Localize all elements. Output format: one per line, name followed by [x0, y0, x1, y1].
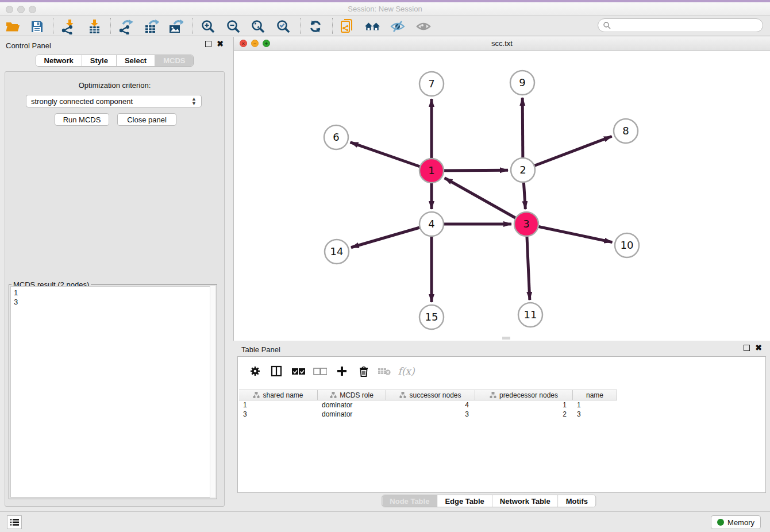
column-label: shared name — [263, 391, 303, 399]
tab-edge-table[interactable]: Edge Table — [437, 495, 492, 507]
houses-icon — [364, 20, 380, 33]
tab-network[interactable]: Network — [36, 55, 82, 66]
hierarchy-icon — [330, 392, 337, 398]
open-file-button[interactable] — [5, 18, 21, 34]
eye-slash-icon — [390, 20, 406, 33]
select-all-rows-button[interactable] — [290, 363, 307, 380]
network-view-window: × − + scc.txt 7968124314101511 — [233, 37, 770, 341]
float-table-panel-icon[interactable] — [744, 345, 750, 351]
toolbar-separator — [300, 18, 301, 34]
control-panel: Control Panel ✖ NetworkStyleSelectMCDS O… — [0, 37, 229, 511]
cell-successor-nodes[interactable]: 4 — [386, 401, 475, 410]
zoom-selected-button[interactable] — [275, 18, 291, 34]
optimization-criterion-select[interactable]: strongly connected component ▲▼ — [26, 95, 202, 107]
zoom-fit-button[interactable] — [250, 18, 266, 34]
delete-table-icon — [378, 367, 391, 376]
close-panel-button[interactable]: Close panel — [117, 113, 176, 126]
close-table-panel-icon[interactable]: ✖ — [755, 345, 762, 351]
hierarchy-icon — [399, 392, 406, 398]
selected-criterion: strongly connected component — [31, 97, 133, 106]
import-network-button[interactable] — [60, 18, 76, 34]
table-row[interactable]: 1dominator411 — [239, 401, 617, 410]
zoom-in-icon — [201, 19, 216, 34]
node-label-3: 3 — [523, 218, 529, 230]
tab-select[interactable]: Select — [117, 55, 155, 66]
select-spinner-icon: ▲▼ — [191, 97, 197, 106]
cell-MCDS-role[interactable]: dominator — [318, 401, 386, 410]
network-view-title: scc.txt — [234, 39, 770, 48]
copy-view-button[interactable] — [339, 18, 355, 34]
add-column-button[interactable] — [333, 363, 351, 380]
table-row[interactable]: 3dominator323 — [239, 410, 617, 419]
refresh-button[interactable] — [307, 18, 324, 34]
node-label-15: 15 — [425, 311, 438, 323]
cell-predecessor-nodes[interactable]: 2 — [475, 410, 573, 419]
tab-motifs[interactable]: Motifs — [559, 495, 595, 507]
hide-selected-button[interactable] — [390, 18, 406, 34]
optimization-criterion-label: Optimization criterion: — [5, 81, 224, 90]
column-header-MCDS-role[interactable]: MCDS role — [318, 390, 386, 400]
application-window: Session: New Session — [0, 0, 770, 532]
mcds-result-text[interactable]: 1 3 — [10, 286, 215, 498]
eye-icon — [415, 20, 432, 33]
cell-shared-name[interactable]: 1 — [239, 401, 318, 410]
show-all-button[interactable] — [415, 18, 432, 34]
save-session-button[interactable] — [29, 18, 45, 34]
result-scrollbar[interactable] — [210, 286, 215, 498]
node-label-1: 1 — [428, 164, 434, 176]
export-network-button[interactable] — [117, 18, 133, 34]
column-header-successor-nodes[interactable]: successor nodes — [386, 390, 475, 400]
zoom-out-button[interactable] — [225, 18, 241, 34]
export-image-button[interactable] — [167, 18, 183, 34]
network-canvas[interactable]: 7968124314101511 — [234, 51, 770, 340]
zoom-in-button[interactable] — [200, 18, 216, 34]
fx-icon: f(x) — [398, 365, 414, 377]
tab-node-table[interactable]: Node Table — [382, 495, 437, 507]
tab-network-table[interactable]: Network Table — [492, 495, 559, 507]
show-columns-button[interactable] — [268, 363, 285, 380]
table-panel-title: Table Panel — [241, 345, 280, 354]
cell-name[interactable]: 1 — [573, 401, 617, 410]
export-table-button[interactable] — [143, 18, 159, 34]
cell-successor-nodes[interactable]: 3 — [386, 410, 475, 419]
mcds-result-group: MCDS result (2 nodes) 1 3 — [9, 284, 217, 499]
checked-boxes-icon — [291, 368, 305, 375]
import-table-button[interactable] — [86, 18, 102, 34]
delete-table-button[interactable] — [376, 363, 393, 380]
memory-button[interactable]: Memory — [711, 515, 761, 529]
node-label-4: 4 — [428, 218, 434, 230]
edge-2-8[interactable] — [523, 136, 612, 170]
task-history-button[interactable] — [7, 515, 22, 529]
canvas-splitter-handle[interactable] — [502, 337, 510, 340]
deselect-all-rows-button[interactable] — [311, 363, 329, 380]
open-folder-icon — [5, 19, 20, 34]
first-neighbors-button[interactable] — [364, 18, 380, 34]
close-panel-icon[interactable]: ✖ — [217, 41, 224, 47]
run-mcds-button[interactable]: Run MCDS — [55, 113, 109, 126]
memory-status-icon — [717, 519, 724, 526]
search-input[interactable] — [611, 21, 749, 29]
edge-1-6[interactable] — [351, 142, 432, 171]
cell-name[interactable]: 3 — [573, 410, 617, 419]
main-titlebar: Session: New Session — [0, 2, 770, 16]
edge-3-10[interactable] — [526, 224, 613, 242]
float-panel-icon[interactable] — [205, 41, 211, 47]
trash-icon — [359, 365, 369, 377]
column-header-shared-name[interactable]: shared name — [239, 390, 318, 400]
tab-style[interactable]: Style — [82, 55, 117, 66]
node-label-10: 10 — [621, 239, 634, 251]
table-settings-button[interactable] — [247, 363, 264, 380]
column-header-name[interactable]: name — [573, 390, 617, 400]
edge-3-1[interactable] — [445, 178, 526, 224]
function-builder-button[interactable]: f(x) — [398, 363, 415, 380]
cell-MCDS-role[interactable]: dominator — [318, 410, 386, 419]
column-label: successor nodes — [409, 391, 461, 399]
copy-view-icon — [340, 18, 355, 34]
node-label-8: 8 — [622, 125, 629, 137]
column-header-predecessor-nodes[interactable]: predecessor nodes — [475, 390, 573, 400]
cell-predecessor-nodes[interactable]: 1 — [475, 401, 573, 410]
tab-mcds[interactable]: MCDS — [155, 55, 193, 66]
search-field[interactable] — [598, 18, 763, 32]
cell-shared-name[interactable]: 3 — [239, 410, 318, 419]
delete-column-button[interactable] — [355, 363, 372, 380]
